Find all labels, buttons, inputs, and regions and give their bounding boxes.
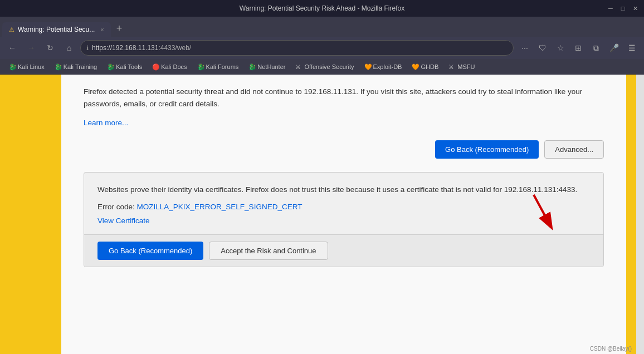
nav-bar: ← → ↻ ⌂ ℹ https://192.168.11.131:4433/we… [0,37,644,59]
bookmark-ghdb-label: GHDB [421,63,438,70]
advanced-button-row: Go Back (Recommended) Accept the Risk an… [84,234,603,267]
bookmark-kali-docs[interactable]: 🔴 Kali Docs [148,62,191,71]
bookmark-button[interactable]: ☆ [553,40,568,56]
browser-window: Warning: Potential Security Risk Ahead -… [0,0,644,354]
tab-warning[interactable]: ⚠ Warning: Potential Secu... × [2,22,111,37]
bookmark-kali-training-label: Kali Training [64,63,97,70]
view-certificate-link[interactable]: View Certificate [97,217,150,225]
back-button[interactable]: ← [4,40,20,56]
arrow-indicator [525,192,559,233]
window-controls: ─ □ ✕ [606,4,640,13]
menu-button[interactable]: ☰ [624,40,640,56]
bookmark-offensive-security[interactable]: ⚔ Offensive Security [291,62,358,71]
error-code-value[interactable]: MOZILLA_PKIX_ERROR_SELF_SIGNED_CERT [137,203,303,211]
new-tab-button[interactable]: + [112,21,127,37]
kali-forums-icon: 🐉 [197,63,204,70]
bookmark-kali-forums-label: Kali Forums [206,63,239,70]
bookmark-kali-docs-label: Kali Docs [161,63,187,70]
tab-label: Warning: Potential Secu... [18,26,95,33]
page-area: Firefox detected a potential security th… [0,75,644,354]
main-content: Firefox detected a potential security th… [61,75,626,354]
advanced-description: Websites prove their identity via certif… [97,184,590,196]
offensive-security-icon: ⚔ [295,63,302,70]
bookmark-exploit-db[interactable]: 🧡 Exploit-DB [360,62,407,71]
error-code-label: Error code: [97,203,135,211]
bookmark-offensive-security-label: Offensive Security [304,63,354,70]
address-bar[interactable]: ℹ https://192.168.11.131:4433/web/ [80,40,514,56]
bookmark-msfu-label: MSFU [457,63,475,70]
address-url: https://192.168.11.131:4433/web/ [92,44,508,52]
bookmark-ghdb[interactable]: 🧡 GHDB [407,62,443,71]
bookmark-nethunter-label: NetHunter [257,63,285,70]
mic-button[interactable]: 🎤 [606,40,622,56]
reload-button[interactable]: ↻ [42,40,58,56]
exploit-db-icon: 🧡 [364,63,371,70]
extensions-button[interactable]: ⊞ [570,40,586,56]
maximize-button[interactable]: □ [618,4,627,13]
primary-button-row: Go Back (Recommended) Advanced... [84,140,604,159]
learn-more-link[interactable]: Learn more... [84,119,604,127]
bookmarks-bar: 🐉 Kali Linux 🐉 Kali Training 🐉 Kali Tool… [0,59,644,75]
bookmark-exploit-db-label: Exploit-DB [373,63,402,70]
bookmark-msfu[interactable]: ⚔ MSFU [444,62,479,71]
ghdb-icon: 🧡 [412,63,418,70]
minimize-button[interactable]: ─ [606,4,615,13]
tabs-button[interactable]: ⧉ [588,40,604,56]
close-button[interactable]: ✕ [631,4,640,13]
accept-risk-button[interactable]: Accept the Risk and Continue [209,242,328,260]
bookmark-kali-tools-label: Kali Tools [116,63,142,70]
bookmark-kali-linux-label: Kali Linux [18,63,45,70]
more-button[interactable]: ··· [517,40,533,56]
forward-button[interactable]: → [23,40,39,56]
window-title: Warning: Potential Security Risk Ahead -… [240,4,404,12]
warning-tab-icon: ⚠ [9,26,14,33]
advanced-panel: Websites prove their identity via certif… [84,172,604,267]
bookmark-nethunter[interactable]: 🐉 NetHunter [244,62,290,71]
shield-button[interactable]: 🛡 [535,40,550,56]
bookmark-kali-linux[interactable]: 🐉 Kali Linux [4,62,49,71]
go-back-recommended-button[interactable]: Go Back (Recommended) [435,140,539,159]
kali-tools-icon: 🐉 [107,63,114,70]
kali-training-icon: 🐉 [55,63,61,70]
yellow-border-right [626,75,636,354]
bookmark-kali-tools[interactable]: 🐉 Kali Tools [103,62,147,71]
warning-description: Firefox detected a potential security th… [84,86,604,110]
home-button[interactable]: ⌂ [61,40,77,56]
tab-close-button[interactable]: × [100,26,104,33]
title-bar: Warning: Potential Security Risk Ahead -… [0,0,644,17]
svg-line-1 [534,195,549,223]
bookmark-kali-forums[interactable]: 🐉 Kali Forums [193,62,243,71]
scrollbar[interactable] [636,75,644,354]
msfu-icon: ⚔ [448,63,455,70]
arrow-svg-icon [525,192,559,231]
csdn-watermark: CSDN @Beilay() [590,346,632,352]
error-code-row: Error code: MOZILLA_PKIX_ERROR_SELF_SIGN… [97,203,590,211]
kali-docs-icon: 🔴 [152,63,159,70]
bookmark-kali-training[interactable]: 🐉 Kali Training [50,62,102,71]
nav-actions: ··· 🛡 ☆ ⊞ ⧉ 🎤 ☰ [517,40,640,56]
yellow-border-left [0,75,61,354]
advanced-go-back-button[interactable]: Go Back (Recommended) [97,242,203,260]
tab-bar: ⚠ Warning: Potential Secu... × + [0,17,644,37]
kali-linux-icon: 🐉 [9,63,16,70]
advanced-button[interactable]: Advanced... [544,140,604,159]
nethunter-icon: 🐉 [248,63,255,70]
address-lock-icon: ℹ [86,45,89,52]
